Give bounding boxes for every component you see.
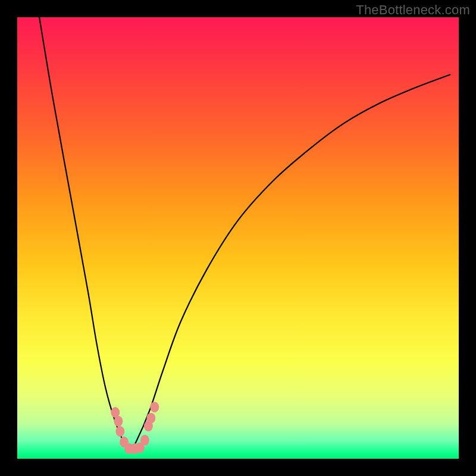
marker-group xyxy=(111,402,159,454)
bottleneck-curve xyxy=(39,17,450,451)
data-marker xyxy=(150,402,159,412)
data-marker xyxy=(115,426,124,437)
chart-plot-area xyxy=(17,17,459,459)
data-marker xyxy=(114,416,123,427)
data-marker xyxy=(140,435,149,446)
chart-svg xyxy=(17,17,459,459)
watermark-text: TheBottleneck.com xyxy=(356,2,470,18)
data-marker xyxy=(146,413,155,424)
